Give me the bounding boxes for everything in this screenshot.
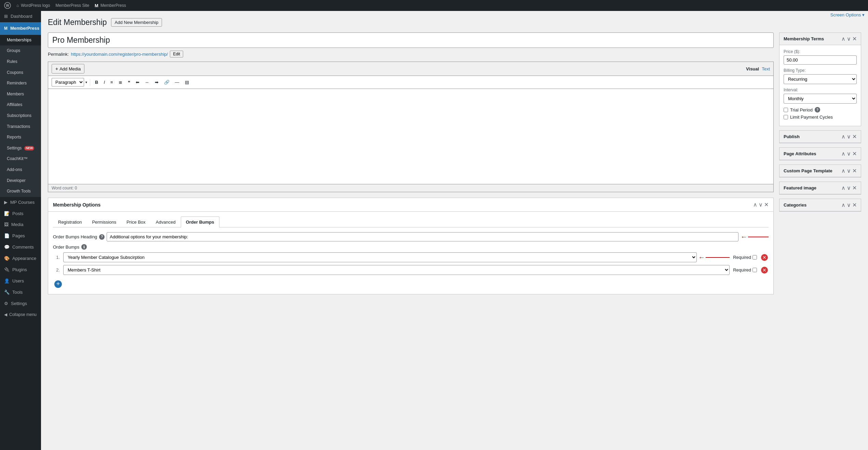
sidebar-item-growth-tools[interactable]: Growth Tools bbox=[0, 186, 41, 197]
sidebar-item-coupons[interactable]: Coupons bbox=[0, 67, 41, 78]
bold-button[interactable]: B bbox=[93, 78, 100, 86]
visual-tab[interactable]: Visual bbox=[746, 66, 759, 71]
order-bumps-heading-input[interactable] bbox=[107, 232, 738, 241]
sidebar-item-mp-courses[interactable]: ▶ MP Courses bbox=[0, 197, 41, 208]
membership-title-input[interactable] bbox=[48, 32, 774, 48]
metabox-toggle[interactable]: ✕ bbox=[764, 201, 769, 208]
align-center-button[interactable]: ↔ bbox=[143, 78, 151, 86]
ordered-list-button[interactable]: ≣ bbox=[117, 78, 124, 86]
page-attributes-down[interactable]: ∨ bbox=[847, 150, 851, 157]
categories-up[interactable]: ∧ bbox=[841, 202, 845, 208]
permalink-url[interactable]: https://yourdomain.com/register/pro-memb… bbox=[71, 52, 168, 57]
sidebar-item-pages[interactable]: 📄 Pages bbox=[0, 230, 41, 242]
align-right-button[interactable]: ➡ bbox=[153, 78, 161, 86]
tab-advanced[interactable]: Advanced bbox=[151, 216, 181, 227]
metabox-collapse-down[interactable]: ∨ bbox=[759, 201, 763, 208]
sidebar-item-plugins[interactable]: 🔌 Plugins bbox=[0, 264, 41, 276]
limit-payment-checkbox[interactable] bbox=[784, 115, 788, 119]
price-input[interactable] bbox=[784, 55, 857, 65]
sidebar-item-members[interactable]: Members bbox=[0, 89, 41, 100]
page-attributes-header[interactable]: Page Attributes ∧ ∨ ✕ bbox=[779, 148, 861, 160]
metabox-collapse-up[interactable]: ∧ bbox=[753, 201, 757, 208]
link-button[interactable]: 🔗 bbox=[162, 78, 172, 86]
featured-image-header[interactable]: Featured image ∧ ∨ ✕ bbox=[779, 182, 861, 194]
sidebar-item-addons[interactable]: Add-ons bbox=[0, 164, 41, 175]
publish-collapse-down[interactable]: ∨ bbox=[847, 133, 851, 140]
categories-down[interactable]: ∨ bbox=[847, 202, 851, 208]
order-bumps-heading-help[interactable]: ? bbox=[99, 234, 105, 240]
terms-collapse-up[interactable]: ∧ bbox=[841, 36, 845, 42]
sidebar-item-appearance[interactable]: 🎨 Appearance bbox=[0, 253, 41, 264]
custom-page-template-header[interactable]: Custom Page Template ∧ ∨ ✕ bbox=[779, 165, 861, 177]
text-tab[interactable]: Text bbox=[762, 66, 770, 71]
publish-collapse-up[interactable]: ∧ bbox=[841, 133, 845, 140]
tab-order-bumps[interactable]: Order Bumps bbox=[181, 216, 219, 227]
sidebar-item-rules[interactable]: Rules bbox=[0, 56, 41, 67]
sidebar-item-users[interactable]: 👤 Users bbox=[0, 276, 41, 287]
tab-price-box[interactable]: Price Box bbox=[121, 216, 151, 227]
page-attributes-up[interactable]: ∧ bbox=[841, 150, 845, 157]
edit-permalink-button[interactable]: Edit bbox=[170, 51, 183, 57]
paragraph-select[interactable]: Paragraph bbox=[52, 78, 84, 87]
sidebar-item-settings[interactable]: Settings NEW bbox=[0, 143, 41, 154]
bump-1-remove-button[interactable]: ✕ bbox=[760, 253, 769, 262]
custom-template-toggle[interactable]: ✕ bbox=[852, 168, 857, 174]
trial-period-help[interactable]: ? bbox=[815, 107, 820, 112]
terms-collapse-down[interactable]: ∨ bbox=[847, 36, 851, 42]
membership-terms-header[interactable]: Membership Terms ∧ ∨ ✕ bbox=[779, 33, 861, 45]
trial-period-checkbox[interactable] bbox=[784, 108, 788, 112]
sidebar-item-dashboard[interactable]: ⊞ Dashboard bbox=[0, 11, 41, 22]
add-media-button[interactable]: + Add Media bbox=[52, 64, 84, 74]
categories-toggle[interactable]: ✕ bbox=[852, 202, 857, 208]
publish-toggle[interactable]: ✕ bbox=[852, 133, 857, 140]
featured-image-up[interactable]: ∧ bbox=[841, 185, 845, 191]
add-new-membership-button[interactable]: Add New Membership bbox=[111, 18, 162, 27]
bump-1-required-checkbox[interactable] bbox=[752, 255, 757, 260]
bump-2-required-checkbox[interactable] bbox=[752, 268, 757, 272]
sidebar-item-tools[interactable]: 🔧 Tools bbox=[0, 287, 41, 298]
kitchen-sink-button[interactable]: ▤ bbox=[183, 78, 191, 86]
screen-options-button[interactable]: Screen Options ▾ bbox=[827, 11, 868, 19]
interval-select[interactable]: Monthly Yearly Weekly Daily bbox=[784, 94, 857, 104]
unordered-list-button[interactable]: ≡ bbox=[108, 78, 115, 86]
sidebar-item-media[interactable]: 🖼 Media bbox=[0, 219, 41, 230]
tab-registration[interactable]: Registration bbox=[53, 216, 87, 227]
sidebar-item-subscriptions[interactable]: Subscriptions bbox=[0, 110, 41, 121]
publish-header[interactable]: Publish ∧ ∨ ✕ bbox=[779, 131, 861, 143]
custom-template-up[interactable]: ∧ bbox=[841, 168, 845, 174]
page-attributes-toggle[interactable]: ✕ bbox=[852, 150, 857, 157]
sidebar-item-memberpress[interactable]: M MemberPress bbox=[0, 22, 41, 35]
tab-permissions[interactable]: Permissions bbox=[87, 216, 121, 227]
featured-image-down[interactable]: ∨ bbox=[847, 185, 851, 191]
sidebar-item-coachkit[interactable]: CoachKit™ bbox=[0, 154, 41, 164]
editor-area[interactable] bbox=[48, 89, 774, 184]
bump-2-remove-button[interactable]: ✕ bbox=[760, 266, 769, 274]
view-membership-item[interactable]: MemberPress Site bbox=[55, 3, 89, 8]
sidebar-item-comments[interactable]: 💬 Comments bbox=[0, 242, 41, 253]
sidebar-item-reports[interactable]: Reports bbox=[0, 132, 41, 143]
sidebar-item-groups[interactable]: Groups bbox=[0, 45, 41, 56]
memberpress-bar-item[interactable]: M MemberPress bbox=[95, 3, 126, 8]
sidebar-item-developer[interactable]: Developer bbox=[0, 175, 41, 186]
align-left-button[interactable]: ⬅ bbox=[134, 78, 141, 86]
bump-1-select[interactable]: Yearly Member Catalogue Subscirption bbox=[63, 252, 697, 262]
billing-type-select[interactable]: Recurring One-time Free bbox=[784, 74, 857, 84]
bump-2-select[interactable]: Members T-Shirt bbox=[63, 265, 730, 275]
sidebar-item-affiliates[interactable]: Affiliates bbox=[0, 100, 41, 110]
categories-header[interactable]: Categories ∧ ∨ ✕ bbox=[779, 199, 861, 211]
featured-image-toggle[interactable]: ✕ bbox=[852, 185, 857, 191]
blockquote-button[interactable]: ❝ bbox=[126, 78, 132, 86]
site-name-item[interactable]: ⌂ WordPress logo bbox=[16, 3, 50, 8]
sidebar-item-posts[interactable]: 📝 Posts bbox=[0, 208, 41, 220]
italic-button[interactable]: I bbox=[101, 78, 107, 86]
wp-logo-item[interactable]: W bbox=[4, 2, 11, 9]
sidebar-item-reminders[interactable]: Reminders bbox=[0, 78, 41, 89]
sidebar-item-transactions[interactable]: Transactions bbox=[0, 121, 41, 132]
membership-options-header[interactable]: Membership Options ∧ ∨ ✕ bbox=[48, 198, 773, 212]
sidebar-item-memberships[interactable]: Memberships bbox=[0, 35, 41, 46]
add-bump-button[interactable]: + bbox=[53, 278, 63, 289]
sidebar-item-wp-settings[interactable]: ⚙ Settings bbox=[0, 298, 41, 307]
custom-template-down[interactable]: ∨ bbox=[847, 168, 851, 174]
terms-toggle[interactable]: ✕ bbox=[852, 36, 857, 42]
more-button[interactable]: — bbox=[173, 78, 181, 86]
